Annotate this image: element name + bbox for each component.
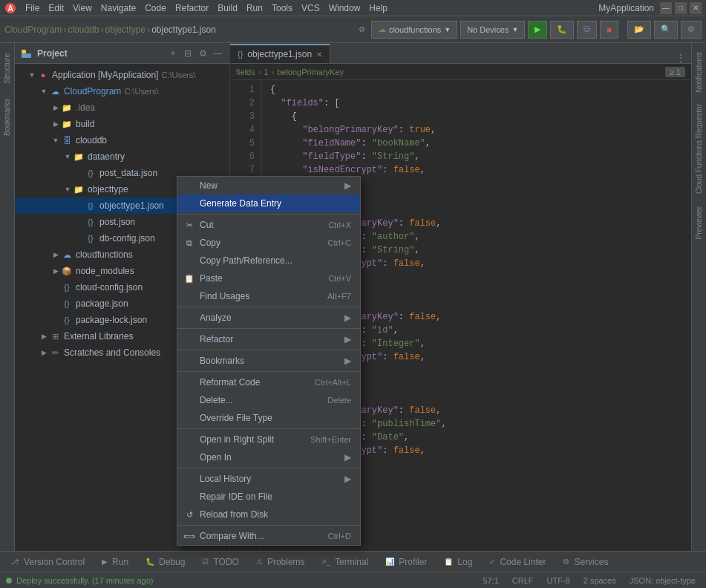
paste-icon: 📋 (183, 272, 195, 284)
menu-navigate[interactable]: Navigate (97, 1, 140, 15)
sidebar-minimize-icon[interactable]: — (212, 48, 223, 59)
status-indent[interactable]: 2 spaces (579, 576, 621, 585)
tab-problems[interactable]: ⚠ Problems (249, 553, 313, 571)
ctx-item-paste[interactable]: 📋 Paste Ctrl+V (177, 270, 360, 287)
tree-item-dataentry[interactable]: ▼ 📁 dataentry (15, 148, 229, 165)
menu-code[interactable]: Code (140, 1, 171, 15)
tab-services-label: Services (574, 557, 608, 567)
bc-objecttype[interactable]: objecttype (105, 24, 146, 35)
device-dropdown[interactable]: No Devices ▼ (460, 21, 525, 39)
ctx-item-copy-path[interactable]: Copy Path/Reference... (177, 252, 360, 270)
reload-icon: ↺ (183, 509, 195, 520)
ctx-item-override-type[interactable]: Override File Type (177, 409, 360, 427)
debug-button[interactable]: 🐛 (550, 21, 574, 39)
ctx-sep-8 (177, 525, 360, 526)
ed-bc-index[interactable]: 1 (264, 68, 268, 76)
tree-item-cloudprogram[interactable]: ▼ ☁ CloudProgram C:\Users\ (15, 83, 229, 99)
tab-close-button[interactable]: ✕ (316, 50, 322, 59)
run-button[interactable]: ▶ (528, 21, 547, 39)
tree-item-app[interactable]: ▼ ● Application [MyApplication] C:\Users… (15, 67, 229, 83)
ctx-item-compare[interactable]: ⟺ Compare With... Ctrl+D (177, 527, 360, 545)
ed-bc-fields[interactable]: fields (236, 68, 255, 76)
status-bar: Deploy successfully. (17 minutes ago) 57… (0, 572, 706, 588)
editor-tabs-menu[interactable]: ⋮ (670, 53, 691, 63)
menu-tools[interactable]: Tools (267, 1, 297, 15)
ctx-item-open-in[interactable]: Open In ▶ (177, 448, 360, 466)
tree-label-objecttype1: objecttype1.json (99, 200, 164, 211)
tab-profiler[interactable]: 📊 Profiler (378, 553, 435, 571)
tab-debug-label: Debug (159, 557, 185, 567)
run-config-dropdown[interactable]: ☁ cloudfunctions ▼ (371, 21, 457, 39)
menu-edit[interactable]: Edit (44, 1, 68, 15)
menu-refactor[interactable]: Refactor (171, 1, 213, 15)
tab-code-linter[interactable]: ✓ Code Linter (482, 553, 554, 571)
menu-build[interactable]: Build (213, 1, 242, 15)
ed-bc-key[interactable]: belongPrimaryKey (277, 68, 344, 76)
ctx-label-open-right-split: Open in Right Split (200, 434, 306, 445)
ctx-item-reload[interactable]: ↺ Reload from Disk (177, 506, 360, 523)
bc-file[interactable]: objecttype1.json (151, 24, 216, 35)
bc-clouddb[interactable]: clouddb (68, 24, 99, 35)
ctx-item-repair-ide[interactable]: Repair IDE on File (177, 488, 360, 506)
tree-item-build[interactable]: ▶ 📁 build (15, 116, 229, 132)
cloud-functions-tab[interactable]: Cloud Functions Requestor (693, 98, 705, 200)
close-button[interactable]: ✕ (690, 2, 702, 14)
tab-services[interactable]: ⚙ Services (555, 553, 616, 571)
menu-window[interactable]: Window (324, 1, 365, 15)
ctx-item-generate[interactable]: Generate Data Entry (177, 195, 360, 212)
tab-version-control[interactable]: ⎇ Version Control (3, 553, 93, 571)
settings-icon[interactable]: ⚙ (356, 24, 368, 36)
search-everywhere-button[interactable]: 🔍 (654, 21, 678, 39)
status-file-type[interactable]: JSON: object-type (625, 576, 700, 585)
sidebar-tab-structure[interactable]: Structure (1, 46, 13, 91)
ctx-item-copy[interactable]: ⧉ Copy Ctrl+C (177, 234, 360, 252)
menu-view[interactable]: View (68, 1, 97, 15)
right-side-tabs: Notifications Cloud Functions Requestor … (691, 43, 706, 551)
ctx-shortcut-cut: Ctrl+X (328, 220, 351, 229)
previewer-tab[interactable]: Previewer (693, 200, 705, 245)
ctx-item-reformat[interactable]: Reformat Code Ctrl+Alt+L (177, 373, 360, 391)
ctx-item-analyze[interactable]: Analyze ▶ (177, 309, 360, 327)
ctx-item-new[interactable]: New ▶ (177, 177, 360, 195)
stop-button[interactable]: ■ (600, 21, 618, 39)
tree-item-clouddb[interactable]: ▼ 🗄 clouddb (15, 132, 229, 148)
open-file-button[interactable]: 📂 (627, 21, 651, 39)
ctx-item-delete[interactable]: Delete... Delete (177, 391, 360, 409)
status-line-ending[interactable]: CRLF (508, 576, 538, 585)
collapse-all-icon[interactable]: ⊟ (182, 48, 194, 59)
ctx-arrow-open-in: ▶ (344, 452, 351, 463)
package-icon: {} (61, 298, 73, 310)
ctx-sep-7 (177, 468, 360, 468)
menu-run[interactable]: Run (242, 1, 267, 15)
sidebar-options-icon[interactable]: ⚙ (197, 48, 209, 59)
menu-vcs[interactable]: VCS (297, 1, 324, 15)
menu-help[interactable]: Help (365, 1, 392, 15)
status-encoding[interactable]: UTF-8 (543, 576, 575, 585)
notifications-panel-tab[interactable]: Notifications (693, 46, 705, 98)
tab-log[interactable]: 📋 Log (437, 553, 480, 571)
minimize-button[interactable]: — (660, 2, 672, 14)
tab-debug[interactable]: 🐛 Debug (138, 553, 193, 571)
coverage-button[interactable]: ⛁ (577, 21, 597, 39)
terminal-icon: >_ (322, 558, 330, 566)
menu-file[interactable]: File (21, 1, 44, 15)
ctx-item-cut[interactable]: ✂ Cut Ctrl+X (177, 216, 360, 234)
tab-run[interactable]: ▶ Run (94, 553, 137, 571)
problems-icon: ⚠ (256, 558, 263, 566)
ctx-item-refactor[interactable]: Refactor ▶ (177, 330, 360, 348)
ctx-item-bookmarks[interactable]: Bookmarks ▶ (177, 352, 360, 370)
bc-cloudprogram[interactable]: CloudProgram (4, 24, 62, 35)
tab-todo[interactable]: ☑ TODO (195, 553, 246, 571)
ctx-item-find-usages[interactable]: Find Usages Alt+F7 (177, 287, 360, 305)
status-line-col[interactable]: 57:1 (478, 576, 503, 585)
tree-item-idea[interactable]: ▶ 📁 .idea (15, 99, 229, 116)
ctx-item-open-right-split[interactable]: Open in Right Split Shift+Enter (177, 431, 360, 448)
tab-terminal[interactable]: >_ Terminal (315, 553, 377, 571)
add-content-icon[interactable]: ＋ (167, 48, 179, 59)
editor-tab-objecttype1[interactable]: {} objecttype1.json ✕ (230, 44, 330, 63)
sidebar-tab-bookmarks[interactable]: Bookmarks (1, 91, 13, 143)
maximize-button[interactable]: □ (675, 2, 687, 14)
ctx-item-local-history[interactable]: Local History ▶ (177, 470, 360, 488)
sidebar-title: Project (37, 48, 68, 59)
settings-toolbar-button[interactable]: ⚙ (681, 21, 702, 39)
